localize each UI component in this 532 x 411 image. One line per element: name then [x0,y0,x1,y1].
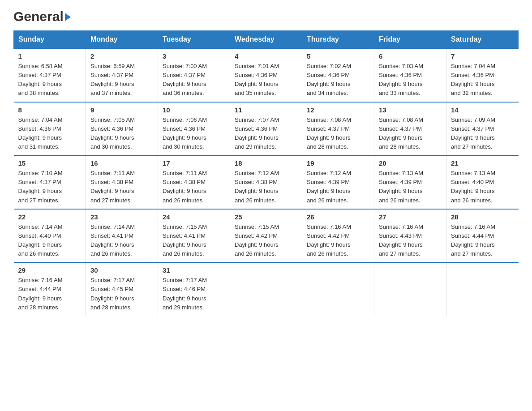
day-info: Sunrise: 6:59 AMSunset: 4:37 PMDaylight:… [90,62,153,98]
calendar-cell: 4Sunrise: 7:01 AMSunset: 4:36 PMDaylight… [230,48,302,102]
day-number: 4 [235,52,297,60]
day-info: Sunrise: 7:01 AMSunset: 4:36 PMDaylight:… [235,62,297,98]
calendar-cell: 26Sunrise: 7:16 AMSunset: 4:42 PMDayligh… [302,209,374,263]
weekday-header-thursday: Thursday [302,31,374,49]
day-info: Sunrise: 7:16 AMSunset: 4:44 PMDaylight:… [451,223,514,259]
day-number: 9 [90,106,153,114]
calendar-cell: 15Sunrise: 7:10 AMSunset: 4:37 PMDayligh… [14,155,86,209]
day-number: 13 [379,106,442,114]
day-info: Sunrise: 7:16 AMSunset: 4:42 PMDaylight:… [307,223,369,259]
weekday-header-friday: Friday [374,31,446,49]
calendar-cell: 20Sunrise: 7:13 AMSunset: 4:39 PMDayligh… [374,155,446,209]
calendar-cell: 19Sunrise: 7:12 AMSunset: 4:39 PMDayligh… [302,155,374,209]
day-number: 23 [90,213,153,221]
day-number: 21 [451,159,514,167]
day-number: 7 [451,52,514,60]
day-number: 24 [163,213,225,221]
calendar-cell: 29Sunrise: 7:16 AMSunset: 4:44 PMDayligh… [14,262,86,316]
calendar-cell: 31Sunrise: 7:17 AMSunset: 4:46 PMDayligh… [158,262,230,316]
day-number: 1 [18,52,82,60]
day-info: Sunrise: 7:17 AMSunset: 4:45 PMDaylight:… [90,276,153,312]
calendar-cell: 21Sunrise: 7:13 AMSunset: 4:40 PMDayligh… [446,155,519,209]
calendar-week-row: 15Sunrise: 7:10 AMSunset: 4:37 PMDayligh… [14,155,519,209]
day-info: Sunrise: 7:09 AMSunset: 4:37 PMDaylight:… [451,116,514,152]
calendar-cell: 30Sunrise: 7:17 AMSunset: 4:45 PMDayligh… [86,262,158,316]
day-number: 15 [18,159,82,167]
day-info: Sunrise: 7:04 AMSunset: 4:36 PMDaylight:… [451,62,514,98]
day-info: Sunrise: 7:16 AMSunset: 4:44 PMDaylight:… [18,276,82,312]
day-info: Sunrise: 7:11 AMSunset: 4:38 PMDaylight:… [163,169,225,205]
day-number: 12 [307,106,369,114]
calendar-cell: 9Sunrise: 7:05 AMSunset: 4:36 PMDaylight… [86,102,158,156]
day-info: Sunrise: 7:13 AMSunset: 4:39 PMDaylight:… [379,169,442,205]
calendar-cell: 6Sunrise: 7:03 AMSunset: 4:36 PMDaylight… [374,48,446,102]
calendar-cell: 24Sunrise: 7:15 AMSunset: 4:41 PMDayligh… [158,209,230,263]
calendar-cell [302,262,374,316]
calendar-cell: 27Sunrise: 7:16 AMSunset: 4:43 PMDayligh… [374,209,446,263]
calendar-table: SundayMondayTuesdayWednesdayThursdayFrid… [13,30,519,316]
day-info: Sunrise: 7:08 AMSunset: 4:37 PMDaylight:… [379,116,442,152]
weekday-header-sunday: Sunday [14,31,86,49]
day-info: Sunrise: 7:12 AMSunset: 4:39 PMDaylight:… [307,169,369,205]
day-info: Sunrise: 7:05 AMSunset: 4:36 PMDaylight:… [90,116,153,152]
day-info: Sunrise: 7:02 AMSunset: 4:36 PMDaylight:… [307,62,369,98]
day-info: Sunrise: 7:00 AMSunset: 4:37 PMDaylight:… [163,62,225,98]
day-info: Sunrise: 7:07 AMSunset: 4:36 PMDaylight:… [235,116,297,152]
calendar-cell: 1Sunrise: 6:58 AMSunset: 4:37 PMDaylight… [14,48,86,102]
calendar-week-row: 29Sunrise: 7:16 AMSunset: 4:44 PMDayligh… [14,262,519,316]
day-number: 31 [163,266,225,274]
calendar-week-row: 1Sunrise: 6:58 AMSunset: 4:37 PMDaylight… [14,48,519,102]
calendar-cell: 8Sunrise: 7:04 AMSunset: 4:36 PMDaylight… [14,102,86,156]
day-info: Sunrise: 7:16 AMSunset: 4:43 PMDaylight:… [379,223,442,259]
day-info: Sunrise: 7:14 AMSunset: 4:40 PMDaylight:… [18,223,82,259]
day-number: 19 [307,159,369,167]
day-info: Sunrise: 7:03 AMSunset: 4:36 PMDaylight:… [379,62,442,98]
day-number: 16 [90,159,153,167]
logo: General [13,9,71,21]
calendar-cell: 12Sunrise: 7:08 AMSunset: 4:37 PMDayligh… [302,102,374,156]
day-info: Sunrise: 7:13 AMSunset: 4:40 PMDaylight:… [451,169,514,205]
day-info: Sunrise: 7:04 AMSunset: 4:36 PMDaylight:… [18,116,82,152]
day-number: 27 [379,213,442,221]
weekday-header-wednesday: Wednesday [230,31,302,49]
day-number: 6 [379,52,442,60]
day-info: Sunrise: 7:17 AMSunset: 4:46 PMDaylight:… [163,276,225,312]
page-header: General [13,9,519,21]
day-number: 26 [307,213,369,221]
calendar-cell [446,262,519,316]
day-info: Sunrise: 7:11 AMSunset: 4:38 PMDaylight:… [90,169,153,205]
calendar-cell: 2Sunrise: 6:59 AMSunset: 4:37 PMDaylight… [86,48,158,102]
calendar-cell: 28Sunrise: 7:16 AMSunset: 4:44 PMDayligh… [446,209,519,263]
day-number: 5 [307,52,369,60]
calendar-week-row: 22Sunrise: 7:14 AMSunset: 4:40 PMDayligh… [14,209,519,263]
calendar-cell: 18Sunrise: 7:12 AMSunset: 4:38 PMDayligh… [230,155,302,209]
day-info: Sunrise: 6:58 AMSunset: 4:37 PMDaylight:… [18,62,82,98]
calendar-cell: 17Sunrise: 7:11 AMSunset: 4:38 PMDayligh… [158,155,230,209]
day-info: Sunrise: 7:08 AMSunset: 4:37 PMDaylight:… [307,116,369,152]
weekday-header-tuesday: Tuesday [158,31,230,49]
day-info: Sunrise: 7:06 AMSunset: 4:36 PMDaylight:… [163,116,225,152]
calendar-cell: 5Sunrise: 7:02 AMSunset: 4:36 PMDaylight… [302,48,374,102]
calendar-cell: 10Sunrise: 7:06 AMSunset: 4:36 PMDayligh… [158,102,230,156]
day-number: 29 [18,266,82,274]
calendar-cell: 23Sunrise: 7:14 AMSunset: 4:41 PMDayligh… [86,209,158,263]
day-number: 14 [451,106,514,114]
calendar-cell: 22Sunrise: 7:14 AMSunset: 4:40 PMDayligh… [14,209,86,263]
day-number: 2 [90,52,153,60]
logo-general: General [13,9,64,24]
calendar-cell: 14Sunrise: 7:09 AMSunset: 4:37 PMDayligh… [446,102,519,156]
day-info: Sunrise: 7:10 AMSunset: 4:37 PMDaylight:… [18,169,82,205]
day-number: 22 [18,213,82,221]
logo-triangle-icon [65,13,71,21]
calendar-cell: 25Sunrise: 7:15 AMSunset: 4:42 PMDayligh… [230,209,302,263]
day-number: 25 [235,213,297,221]
day-info: Sunrise: 7:15 AMSunset: 4:41 PMDaylight:… [163,223,225,259]
calendar-week-row: 8Sunrise: 7:04 AMSunset: 4:36 PMDaylight… [14,102,519,156]
day-info: Sunrise: 7:15 AMSunset: 4:42 PMDaylight:… [235,223,297,259]
day-info: Sunrise: 7:12 AMSunset: 4:38 PMDaylight:… [235,169,297,205]
day-number: 20 [379,159,442,167]
calendar-header-row: SundayMondayTuesdayWednesdayThursdayFrid… [14,31,519,49]
day-number: 8 [18,106,82,114]
weekday-header-saturday: Saturday [446,31,519,49]
calendar-cell: 3Sunrise: 7:00 AMSunset: 4:37 PMDaylight… [158,48,230,102]
